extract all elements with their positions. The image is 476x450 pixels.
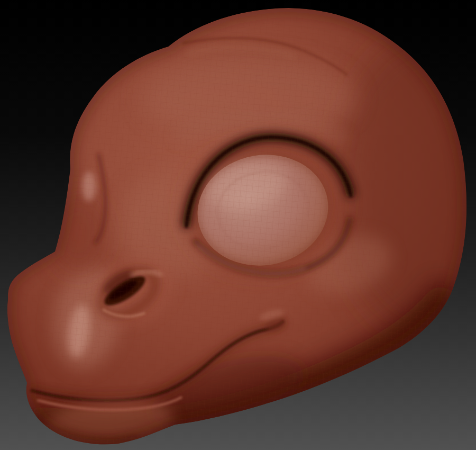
sculpt-viewport-canvas[interactable] xyxy=(0,0,476,450)
sculpt-app-stage xyxy=(0,0,476,450)
